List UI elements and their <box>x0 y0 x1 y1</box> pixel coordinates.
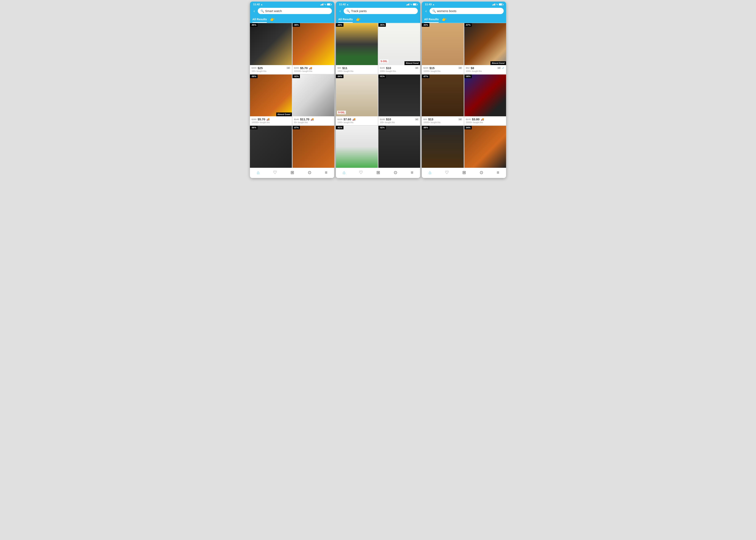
nav-item-categories[interactable]: ⊞ <box>462 170 466 175</box>
nav-item-cart[interactable]: ⊙ <box>308 170 311 175</box>
product-info: $89 $11 1000+ bought this <box>336 65 378 74</box>
product-card[interactable]: -87% $99 $13 ad 10000+ bought this <box>422 74 464 125</box>
wishlist-icon: ♡ <box>359 170 363 175</box>
bought-text: 100+ bought this <box>380 121 419 124</box>
sale-price: $25 <box>258 66 263 70</box>
status-right: ∿ <box>406 3 417 6</box>
ad-badge: ad <box>458 67 462 69</box>
price-row: $140 $11.70 🚚 <box>294 117 333 121</box>
products-grid: -95% $499 $25 ad 100+ bought this - <box>250 23 334 168</box>
product-card[interactable]: -94% S-5XL $128 $7.60 🚚 1000+ bought thi… <box>336 74 378 125</box>
sale-price: $5.70 <box>258 117 265 121</box>
back-button[interactable]: ‹ <box>252 8 256 14</box>
product-image-wrap: -94% <box>464 126 506 168</box>
discount-badge: -88% <box>422 126 429 129</box>
discount-badge: -87% <box>292 126 300 129</box>
product-info: $108 $10 ad 100+ bought this <box>378 116 420 125</box>
nav-item-home[interactable]: ⌂ <box>257 170 259 175</box>
product-image-wrap: -92% <box>378 126 420 168</box>
product-image <box>422 126 464 168</box>
product-info: $189 $10 ad 1000+ bought this <box>378 65 420 74</box>
product-image-wrap: -91% <box>336 126 378 168</box>
original-price: $108 <box>380 118 385 120</box>
product-card[interactable]: -92% <box>378 126 420 168</box>
nav-item-menu[interactable]: ≡ <box>497 170 499 175</box>
signal-bars <box>406 3 409 5</box>
location-icon: ▲ <box>261 3 263 6</box>
product-info: $99 $13 ad 10000+ bought this <box>422 116 464 125</box>
bought-text: 100+ bought this <box>252 70 290 72</box>
product-image-wrap: -88% <box>336 23 378 65</box>
search-bar[interactable]: 🔍 womens boots <box>430 8 504 14</box>
product-info: $499 $25 ad 100+ bought this <box>250 65 292 74</box>
product-card[interactable]: -98% Almost Gone! $280 $5.70 🚚 100000+ b… <box>250 74 292 125</box>
original-price: $170 <box>466 118 471 120</box>
product-image <box>250 74 292 116</box>
nav-item-wishlist[interactable]: ♡ <box>445 170 449 175</box>
signal-bar-3 <box>494 4 494 5</box>
tab-all-results[interactable]: All Results <box>252 16 267 23</box>
product-image <box>464 23 506 65</box>
status-bar: 11:43 ▲ ∿ <box>422 2 506 7</box>
screens-container: 11:42 ▲ ∿ ‹ 🔍 Smart watch <box>248 0 508 180</box>
price-row: $170 $3.80 🚚 <box>466 117 505 121</box>
tab-emoji: 👉 <box>356 17 361 22</box>
original-price: $62 <box>466 67 470 69</box>
back-button[interactable]: ‹ <box>424 8 428 14</box>
tab-all-results[interactable]: All Results <box>424 16 439 23</box>
tab-emoji: 👉 <box>270 17 275 22</box>
product-card[interactable]: -91% $108 $10 ad 100+ bought this <box>378 74 420 125</box>
location-icon: ▲ <box>347 3 349 6</box>
nav-item-wishlist[interactable]: ♡ <box>359 170 363 175</box>
search-bar[interactable]: 🔍 Smart watch <box>258 8 332 14</box>
back-button[interactable]: ‹ <box>338 8 342 14</box>
sale-price: $10 <box>386 117 391 121</box>
product-card[interactable]: -93% $220 $15 ad 10000+ bought this <box>422 23 464 74</box>
signal-bar-2 <box>321 4 322 5</box>
nav-item-cart[interactable]: ⊙ <box>394 170 397 175</box>
nav-item-categories[interactable]: ⊞ <box>377 170 380 175</box>
nav-item-home[interactable]: ⌂ <box>343 170 345 175</box>
product-image <box>250 126 292 168</box>
search-icon: 🔍 <box>261 9 264 13</box>
home-icon: ⌂ <box>257 170 259 175</box>
sale-price: $5.70 <box>300 66 308 70</box>
product-image <box>378 23 420 65</box>
truck-icon: 🚚 <box>352 118 356 121</box>
product-image-wrap: -88% <box>422 126 464 168</box>
nav-item-home[interactable]: ⌂ <box>429 170 431 175</box>
size-badge: S-5XL <box>337 111 346 114</box>
product-image-wrap: -91% <box>378 74 420 116</box>
product-image <box>336 74 378 116</box>
wishlist-icon: ♡ <box>445 170 449 175</box>
nav-item-cart[interactable]: ⊙ <box>480 170 483 175</box>
image-placeholder <box>250 74 292 116</box>
product-card[interactable]: -92% $140 $11.70 🚚 50+ bought this <box>292 74 334 125</box>
sale-price: $15 <box>429 66 434 70</box>
product-card[interactable]: -95% Almost Gone!S-3XL $189 $10 ad 1000+… <box>378 23 420 74</box>
size-badge: S-3XL <box>379 60 388 63</box>
product-card[interactable]: -98% $300 $5.70 🚚 300000+ bought this <box>292 23 334 74</box>
products-grid: -93% $220 $15 ad 10000+ bought this <box>422 23 506 168</box>
nav-item-menu[interactable]: ≡ <box>411 170 413 175</box>
nav-item-wishlist[interactable]: ♡ <box>273 170 277 175</box>
product-card[interactable]: -94% <box>464 126 506 168</box>
original-price: $280 <box>252 118 256 120</box>
product-card[interactable]: -98% $170 $3.80 🚚 20000+ bought this <box>464 74 506 125</box>
search-bar[interactable]: 🔍 Track pants <box>344 8 418 14</box>
product-card[interactable]: -88% $89 $11 1000+ bought this <box>336 23 378 74</box>
tab-all-results[interactable]: All Results <box>338 16 353 23</box>
product-card[interactable]: -96% <box>250 126 292 168</box>
product-card[interactable]: -87% <box>292 126 334 168</box>
ad-badge: ad <box>497 67 501 69</box>
bottom-nav: ⌂ ♡ ⊞ ⊙ ≡ <box>336 168 420 178</box>
cart-icon: ⊙ <box>394 170 397 175</box>
nav-item-categories[interactable]: ⊞ <box>290 170 294 175</box>
product-card[interactable]: -95% $499 $25 ad 100+ bought this <box>250 23 292 74</box>
product-card[interactable]: -87% Almost Gone! $62 $8 ad✓ 1000+ bough… <box>464 23 506 74</box>
product-card[interactable]: -91% <box>336 126 378 168</box>
image-placeholder <box>464 23 506 65</box>
nav-item-menu[interactable]: ≡ <box>325 170 327 175</box>
original-price: $128 <box>337 118 342 120</box>
product-card[interactable]: -88% <box>422 126 464 168</box>
